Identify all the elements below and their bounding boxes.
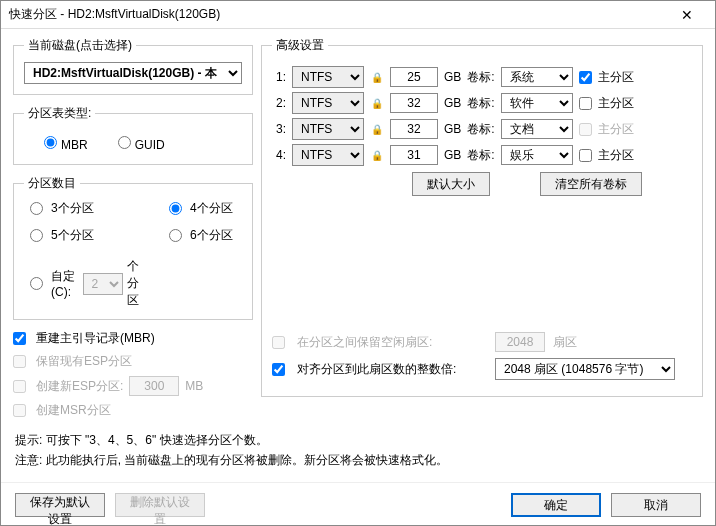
align-select[interactable]: 2048 扇区 (1048576 字节) (495, 358, 675, 380)
gap-check (272, 336, 285, 349)
hints: 提示: 可按下 "3、4、5、6" 快速选择分区个数。 注意: 此功能执行后, … (1, 425, 715, 476)
partition-row-3: 3:NTFS🔒GB卷标:文档主分区 (272, 118, 692, 140)
fs-select[interactable]: NTFS (292, 66, 364, 88)
footer: 保存为默认设置 删除默认设置 确定 取消 (1, 482, 715, 526)
primary-check (579, 123, 592, 136)
table-type-group: 分区表类型: MBR GUID (13, 105, 253, 165)
disk-select[interactable]: HD2:MsftVirtualDisk(120GB) - 本 (24, 62, 242, 84)
lock-icon[interactable]: 🔒 (370, 122, 384, 136)
partition-row-2: 2:NTFS🔒GB卷标:软件主分区 (272, 92, 692, 114)
default-size-button[interactable]: 默认大小 (412, 172, 490, 196)
size-input[interactable] (390, 93, 438, 113)
gb-label: GB (444, 148, 461, 162)
new-esp-size (129, 376, 179, 396)
rebuild-mbr-check[interactable] (13, 332, 26, 345)
vol-select[interactable]: 软件 (501, 93, 573, 113)
count-group: 分区数目 3个分区 4个分区 5个分区 6个分区 自定(C): 2 个分区 (13, 175, 253, 320)
radio-4[interactable]: 4个分区 (169, 200, 242, 217)
primary-check-label[interactable]: 主分区 (579, 95, 634, 112)
primary-check-label[interactable]: 主分区 (579, 147, 634, 164)
disk-legend: 当前磁盘(点击选择) (24, 37, 136, 54)
radio-5[interactable]: 5个分区 (30, 227, 149, 244)
gb-label: GB (444, 122, 461, 136)
right-pane: 高级设置 1:NTFS🔒GB卷标:系统主分区2:NTFS🔒GB卷标:软件主分区3… (253, 37, 703, 425)
radio-mbr[interactable]: MBR (44, 136, 88, 152)
titlebar: 快速分区 - HD2:MsftVirtualDisk(120GB) ✕ (1, 1, 715, 29)
ok-button[interactable]: 确定 (511, 493, 601, 517)
primary-check[interactable] (579, 149, 592, 162)
primary-check[interactable] (579, 71, 592, 84)
close-icon[interactable]: ✕ (667, 7, 707, 23)
gap-row: 在分区之间保留空闲扇区: 扇区 (272, 332, 692, 352)
advanced-group: 高级设置 1:NTFS🔒GB卷标:系统主分区2:NTFS🔒GB卷标:软件主分区3… (261, 37, 703, 397)
hint-2: 注意: 此功能执行后, 当前磁盘上的现有分区将被删除。新分区将会被快速格式化。 (15, 452, 701, 469)
radio-6[interactable]: 6个分区 (169, 227, 242, 244)
size-input[interactable] (390, 67, 438, 87)
vol-label: 卷标: (467, 121, 494, 138)
save-default-button[interactable]: 保存为默认设置 (15, 493, 105, 517)
partition-row-4: 4:NTFS🔒GB卷标:娱乐主分区 (272, 144, 692, 166)
gb-label: GB (444, 70, 461, 84)
window-title: 快速分区 - HD2:MsftVirtualDisk(120GB) (9, 6, 667, 23)
primary-check[interactable] (579, 97, 592, 110)
primary-check-label: 主分区 (579, 121, 634, 138)
cancel-button[interactable]: 取消 (611, 493, 701, 517)
msr-check (13, 404, 26, 417)
left-pane: 当前磁盘(点击选择) HD2:MsftVirtualDisk(120GB) - … (13, 37, 253, 425)
row-index: 4: (272, 148, 286, 162)
rebuild-mbr-row: 重建主引导记录(MBR) (13, 330, 253, 347)
size-input[interactable] (390, 119, 438, 139)
content: 当前磁盘(点击选择) HD2:MsftVirtualDisk(120GB) - … (1, 29, 715, 425)
partition-row-1: 1:NTFS🔒GB卷标:系统主分区 (272, 66, 692, 88)
gap-input (495, 332, 545, 352)
advanced-legend: 高级设置 (272, 37, 328, 54)
radio-custom[interactable]: 自定(C): 2 个分区 (30, 258, 149, 309)
fs-select[interactable]: NTFS (292, 118, 364, 140)
disk-group: 当前磁盘(点击选择) HD2:MsftVirtualDisk(120GB) - … (13, 37, 253, 95)
vol-label: 卷标: (467, 147, 494, 164)
lock-icon[interactable]: 🔒 (370, 70, 384, 84)
fs-select[interactable]: NTFS (292, 92, 364, 114)
msr-row: 创建MSR分区 (13, 402, 253, 419)
radio-guid[interactable]: GUID (118, 136, 165, 152)
table-type-legend: 分区表类型: (24, 105, 95, 122)
vol-label: 卷标: (467, 95, 494, 112)
hint-1: 提示: 可按下 "3、4、5、6" 快速选择分区个数。 (15, 432, 701, 449)
vol-select[interactable]: 系统 (501, 67, 573, 87)
align-row: 对齐分区到此扇区数的整数倍: 2048 扇区 (1048576 字节) (272, 358, 692, 380)
custom-count-select[interactable]: 2 (83, 273, 123, 295)
keep-esp-row: 保留现有ESP分区 (13, 353, 253, 370)
lock-icon[interactable]: 🔒 (370, 148, 384, 162)
size-input[interactable] (390, 145, 438, 165)
count-legend: 分区数目 (24, 175, 80, 192)
lock-icon[interactable]: 🔒 (370, 96, 384, 110)
row-index: 2: (272, 96, 286, 110)
delete-default-button[interactable]: 删除默认设置 (115, 493, 205, 517)
keep-esp-check (13, 355, 26, 368)
primary-check-label[interactable]: 主分区 (579, 69, 634, 86)
row-index: 3: (272, 122, 286, 136)
vol-select[interactable]: 娱乐 (501, 145, 573, 165)
align-check[interactable] (272, 363, 285, 376)
new-esp-row: 创建新ESP分区: MB (13, 376, 253, 396)
gb-label: GB (444, 96, 461, 110)
vol-select[interactable]: 文档 (501, 119, 573, 139)
vol-label: 卷标: (467, 69, 494, 86)
fs-select[interactable]: NTFS (292, 144, 364, 166)
row-index: 1: (272, 70, 286, 84)
clear-labels-button[interactable]: 清空所有卷标 (540, 172, 642, 196)
new-esp-check (13, 380, 26, 393)
radio-3[interactable]: 3个分区 (30, 200, 149, 217)
